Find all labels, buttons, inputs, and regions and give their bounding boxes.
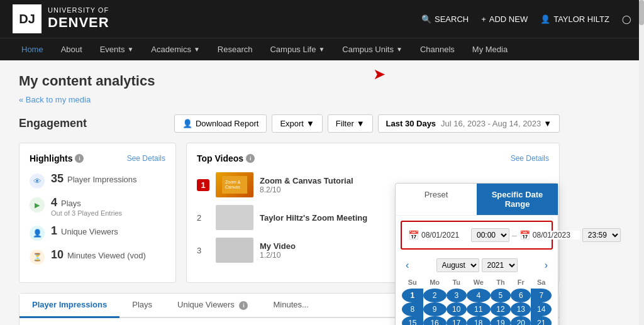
person-icon: 👤 [30,226,45,241]
highlights-see-details[interactable]: See Details [127,154,165,163]
nav-events-label: Events [100,45,125,54]
date-range-button[interactable]: Last 30 Days Jul 16, 2023 - Aug 14, 2023… [378,114,560,133]
logo-text: UNIVERSITY OF DENVER [48,6,109,31]
dp-cal-selects: August 2021 [436,258,518,272]
video-thumb-1: Zoom & Canvas [216,172,253,197]
dp-next-month-button[interactable]: › [541,258,552,272]
dp-day-14[interactable]: 14 [531,302,552,316]
main-nav-bar: Home About Events ▼ Academics ▼ Research… [0,38,644,60]
nav-item-events[interactable]: Events ▼ [91,38,143,60]
dp-day-21[interactable]: 21 [531,316,552,325]
nav-research-label: Research [218,45,253,54]
top-navigation-bar: DJ UNIVERSITY OF DENVER 🔍 SEARCH + ADD N… [0,0,644,38]
dp-day-9[interactable]: 9 [423,302,447,316]
info-icon: i [246,154,255,163]
dp-day-17[interactable]: 17 [447,316,467,325]
calendar-icon: 📅 [519,230,530,240]
dp-day-11[interactable]: 11 [467,302,491,316]
red-arrow-indicator: ➤ [373,65,386,83]
dp-end-date-input[interactable] [533,231,580,240]
dp-start-date-input[interactable] [421,231,469,240]
dp-tab-preset[interactable]: Preset [396,184,477,215]
dp-day-3[interactable]: 3 [447,289,467,302]
viewers-number: 1 [51,224,57,238]
filter-button[interactable]: Filter ▼ [328,114,373,133]
dp-tab-specific[interactable]: Specific Date Range [477,184,558,215]
search-action[interactable]: 🔍 SEARCH [421,14,469,24]
chevron-down-icon: ▼ [357,119,365,128]
back-link[interactable]: « Back to my media [19,95,91,104]
nav-my-media-label: My Media [472,45,508,54]
video-info-2: Taylor Hiltz's Zoom Meeting [260,213,367,223]
tab-minutes[interactable]: Minutes... [260,294,321,318]
dp-day-16[interactable]: 16 [423,316,447,325]
dp-end-group: 📅 23:59 [519,228,621,242]
nav-item-campus-life[interactable]: Campus Life ▼ [261,38,333,60]
dp-day-13[interactable]: 13 [511,302,531,316]
user-label: TAYLOR HILTZ [553,14,609,24]
dp-day-1[interactable]: 1 [402,289,423,302]
dp-month-select[interactable]: August [436,258,479,272]
export-label: Export [280,119,304,128]
university-label: UNIVERSITY OF [48,6,109,14]
dp-day-15[interactable]: 15 [402,316,423,325]
nav-item-channels[interactable]: Channels [411,38,464,60]
tab-plays[interactable]: Plays [119,294,165,318]
search-icon: 🔍 [421,14,431,24]
dp-day-5[interactable]: 5 [491,289,511,302]
dp-day-4[interactable]: 4 [467,289,491,302]
nav-item-research[interactable]: Research [209,38,262,60]
nav-item-campus-units[interactable]: Campus Units ▼ [333,38,411,60]
stat-minutes-info: 10 Minutes Viewed (vod) [51,248,146,262]
top-videos-see-details[interactable]: See Details [511,154,549,163]
scrollbar-thumb[interactable] [639,0,644,25]
download-label: Download Report [196,119,258,128]
video-thumb-3 [216,238,253,263]
denver-label: DENVER [48,14,109,31]
stat-player-impressions: 👁 35 Player Impressions [30,172,165,189]
dp-prev-month-button[interactable]: ‹ [402,258,413,272]
add-new-action[interactable]: + ADD NEW [481,14,528,24]
dp-day-10[interactable]: 10 [447,302,467,316]
chevron-down-icon: ▼ [194,46,200,53]
dp-day-12[interactable]: 12 [491,302,511,316]
nav-item-about[interactable]: About [52,38,91,60]
dp-cal-week-1: 1 2 3 4 5 6 7 [402,289,552,302]
scrollbar[interactable] [639,0,644,325]
dp-day-20[interactable]: 20 [511,316,531,325]
dp-day-19[interactable]: 19 [491,316,511,325]
export-button[interactable]: Export ▼ [272,114,322,133]
top-actions: 🔍 SEARCH + ADD NEW 👤 TAYLOR HILTZ ◯ [421,14,631,24]
minutes-label: Minutes Viewed (vod) [67,251,146,260]
info-icon: i [75,154,84,163]
dp-day-8[interactable]: 8 [402,302,423,316]
nav-item-home[interactable]: Home [13,38,52,60]
dp-day-6[interactable]: 6 [511,289,531,302]
logo-area: DJ UNIVERSITY OF DENVER [13,4,109,33]
dp-end-time-select[interactable]: 23:59 [582,228,621,242]
plays-sublabel: Out of 3 Played Entries [51,209,122,217]
dp-cal-header-row: Su Mo Tu We Th Fr Sa [402,276,552,289]
user-action[interactable]: 👤 TAYLOR HILTZ [540,14,609,24]
video-title-3: My Video [260,241,296,251]
dp-start-time-select[interactable]: 00:00 [471,228,509,242]
nav-item-academics[interactable]: Academics ▼ [142,38,208,60]
dp-year-select[interactable]: 2021 [482,258,518,272]
tab-unique-viewers[interactable]: Unique Viewers i [165,294,260,318]
dp-col-we: We [467,276,491,289]
dp-day-2[interactable]: 2 [423,289,447,302]
nav-home-label: Home [21,45,43,54]
dp-day-18[interactable]: 18 [467,316,491,325]
svg-text:Zoom &: Zoom & [225,180,241,184]
dp-calendar-grid: Su Mo Tu We Th Fr Sa 1 2 3 4 [402,276,552,325]
dp-day-7[interactable]: 7 [531,289,552,302]
play-icon: ▶ [30,197,45,212]
tab-player-impressions[interactable]: Player Impressions [19,294,119,318]
settings-action[interactable]: ◯ [622,14,631,24]
nav-channels-label: Channels [420,45,455,54]
video-thumb-2 [216,205,253,230]
download-report-button[interactable]: 👤 Download Report [174,114,267,133]
video-rank-2: 2 [197,213,209,223]
nav-item-my-media[interactable]: My Media [464,38,516,60]
impressions-number: 35 [51,172,64,185]
